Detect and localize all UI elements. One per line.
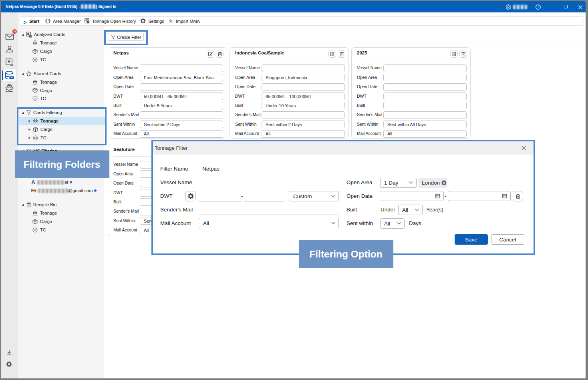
svg-text:?: ? bbox=[537, 5, 539, 9]
svg-text:TC: TC bbox=[34, 229, 36, 231]
svg-text:TC: TC bbox=[34, 58, 36, 61]
svg-text:TC: TC bbox=[34, 97, 36, 100]
